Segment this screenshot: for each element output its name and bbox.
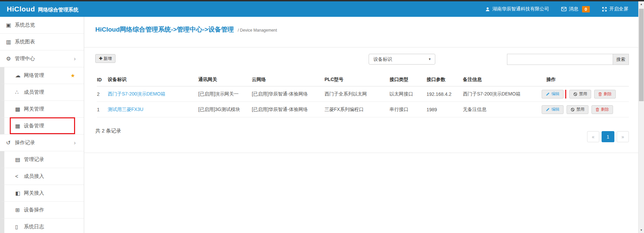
add-button[interactable]: ✚ 新增 — [95, 54, 115, 63]
sidebar-item-system-charts[interactable]: ▥ 系统图表 — [0, 34, 84, 50]
cell-iface-param: 1989 — [427, 107, 463, 112]
disable-button[interactable]: 禁用 — [567, 105, 588, 114]
fullscreen-label: 开启全屏 — [609, 6, 628, 12]
column-header-cloud: 云网络 — [252, 77, 325, 83]
scrollbar-up-arrow[interactable]: ▲ — [639, 1, 644, 7]
delete-button-label: 删除 — [601, 107, 609, 112]
cell-actions: 编辑 禁用 删除 — [542, 90, 629, 99]
trash-icon — [596, 108, 599, 112]
pencil-icon — [546, 108, 550, 112]
table-row: 2 西门子S7-200演示DEMO箱 [已启用]演示网关一 [已启用]华辰智通-… — [97, 86, 629, 102]
page-subtitle: / Device Management — [238, 28, 277, 33]
title-divider — [84, 47, 638, 47]
pagination-next[interactable]: » — [617, 131, 629, 142]
search-input[interactable] — [507, 54, 613, 65]
brand-name: HiCloud — [7, 5, 35, 13]
sidebar-item-member-management[interactable]: ∴ 成员管理 — [0, 84, 84, 101]
toolbar: ✚ 新增 设备标识 ▼ 搜索 — [84, 54, 638, 65]
sidebar-item-gateway-access[interactable]: ◧ 网关接入 — [0, 185, 84, 202]
sidebar-item-device-management[interactable]: ▦ 设备管理 — [0, 118, 84, 134]
annotation-box-edit-button: 编辑 — [542, 90, 566, 99]
sidebar-item-label: 成员接入 — [24, 173, 44, 180]
device-link[interactable]: 测试用三菱FX3U — [108, 107, 143, 112]
cell-iface-type: 以太网接口 — [389, 91, 427, 97]
filter-dropdown[interactable]: 设备标识 ▼ — [369, 54, 435, 65]
bar-chart-icon: ▥ — [6, 39, 15, 45]
pagination: « 1 » — [587, 131, 629, 142]
cell-remark: 无备注信息 — [463, 107, 546, 113]
sidebar-item-label: 成员管理 — [24, 89, 44, 95]
chevron-right-icon: › — [74, 55, 76, 62]
sidebar-item-network-management[interactable]: ☁ 网络管理 ★ — [0, 67, 84, 84]
sidebar-item-system-overview[interactable]: ▣ 系统总览 — [0, 17, 84, 34]
brand-suffix: 网络综合管理系统 — [38, 7, 78, 13]
cloud-icon: ☁ — [15, 72, 24, 79]
user-icon — [485, 7, 490, 12]
sidebar-item-label: 系统总览 — [15, 22, 35, 28]
fullscreen-icon — [602, 7, 607, 12]
share-square-icon: ◧ — [15, 190, 24, 196]
sitemap-icon: ∴ — [15, 89, 24, 95]
top-navbar: HiCloud 网络综合管理系统 湖南华辰智通科技有限公司 消息 0 — [0, 1, 638, 17]
vertical-scrollbar[interactable]: ▲ ▼ — [638, 1, 644, 233]
pagination-prev[interactable]: « — [587, 131, 599, 142]
calendar-icon: ▦ — [15, 123, 24, 129]
sidebar-item-label: 网关管理 — [24, 106, 44, 112]
edit-button[interactable]: 编辑 — [542, 105, 564, 114]
column-header-id: ID — [97, 77, 108, 82]
plus-icon: ✚ — [99, 56, 102, 61]
disable-button-label: 禁用 — [576, 107, 584, 112]
column-header-gateway: 通讯网关 — [198, 77, 252, 83]
cell-gateway: [已启用]3G测试模块 — [198, 107, 252, 113]
delete-button[interactable]: 删除 — [591, 105, 613, 114]
star-icon: ★ — [71, 73, 75, 79]
sidebar-item-system-logs[interactable]: ▯ 系统日志 — [0, 219, 84, 233]
pagination-page-1[interactable]: 1 — [602, 131, 614, 142]
navbar-right: 湖南华辰智通科技有限公司 消息 0 开启全屏 — [485, 6, 628, 12]
cell-plc: 三菱FX系列编程口 — [325, 107, 389, 113]
messages-label: 消息 — [569, 6, 578, 12]
navbar-messages[interactable]: 消息 0 — [561, 6, 590, 12]
column-header-iface-type: 接口类型 — [389, 77, 427, 83]
edit-button[interactable]: 编辑 — [542, 90, 564, 99]
footer-divider — [84, 153, 638, 153]
search-button[interactable]: 搜索 — [613, 54, 629, 65]
column-header-remark: 备注信息 — [463, 77, 546, 83]
scrollbar-down-arrow[interactable]: ▼ — [639, 227, 644, 233]
sidebar-item-member-access[interactable]: < 成员接入 — [0, 168, 84, 185]
sidebar-item-management-records[interactable]: ▤ 管理记录 — [0, 151, 84, 168]
sidebar-item-gateway-management[interactable]: ▩ 网关管理 — [0, 101, 84, 118]
sidebar: ▣ 系统总览 ▥ 系统图表 ⚙ 管理中心 › ☁ 网络管理 ★ ∴ 成员管理 ▩… — [0, 17, 84, 233]
sidebar-item-label: 系统日志 — [24, 224, 44, 230]
trash-icon — [598, 92, 602, 96]
company-name: 湖南华辰智通科技有限公司 — [493, 6, 549, 12]
gears-icon: ⚙ — [6, 55, 15, 62]
disable-button[interactable]: 禁用 — [569, 90, 591, 99]
cell-cloud: [已启用]华辰智通-体验网络 — [252, 91, 325, 97]
device-link[interactable]: 西门子S7-200演示DEMO箱 — [108, 91, 165, 96]
envelope-icon — [561, 7, 567, 11]
edit-button-label: 编辑 — [551, 107, 560, 112]
app-window: HiCloud 网络综合管理系统 湖南华辰智通科技有限公司 消息 0 — [0, 0, 644, 233]
monitor-icon: ▣ — [6, 22, 15, 28]
disable-button-label: 禁用 — [579, 91, 587, 97]
main-content: HiCloud网络综合管理系统->管理中心->设备管理 / Device Man… — [84, 17, 638, 233]
brand-logo[interactable]: HiCloud 网络综合管理系统 — [7, 5, 78, 13]
sidebar-item-management-center[interactable]: ⚙ 管理中心 › — [0, 50, 84, 67]
pencil-icon — [546, 92, 550, 96]
table-row: 1 测试用三菱FX3U [已启用]3G测试模块 [已启用]华辰智通-体验网络 三… — [97, 102, 629, 117]
sidebar-item-label: 系统图表 — [15, 39, 35, 45]
delete-button-label: 删除 — [604, 91, 612, 97]
grid-icon: ▩ — [15, 106, 24, 112]
device-table: ID 设备标识 通讯网关 云网络 PLC型号 接口类型 接口参数 备注信息 操作… — [84, 73, 638, 117]
delete-button[interactable]: 删除 — [594, 90, 616, 99]
column-header-actions: 操作 — [546, 77, 629, 83]
navbar-fullscreen[interactable]: 开启全屏 — [602, 6, 628, 12]
sidebar-item-operation-records[interactable]: ↺ 操作记录 › — [0, 134, 84, 151]
file-icon: ▯ — [15, 224, 24, 230]
scrollbar-thumb[interactable] — [639, 9, 644, 101]
sidebar-item-device-operations[interactable]: ⊞ 设备操作 — [0, 202, 84, 219]
ban-icon — [571, 108, 575, 112]
file-text-icon: ▤ — [15, 156, 24, 163]
navbar-company[interactable]: 湖南华辰智通科技有限公司 — [485, 6, 549, 12]
